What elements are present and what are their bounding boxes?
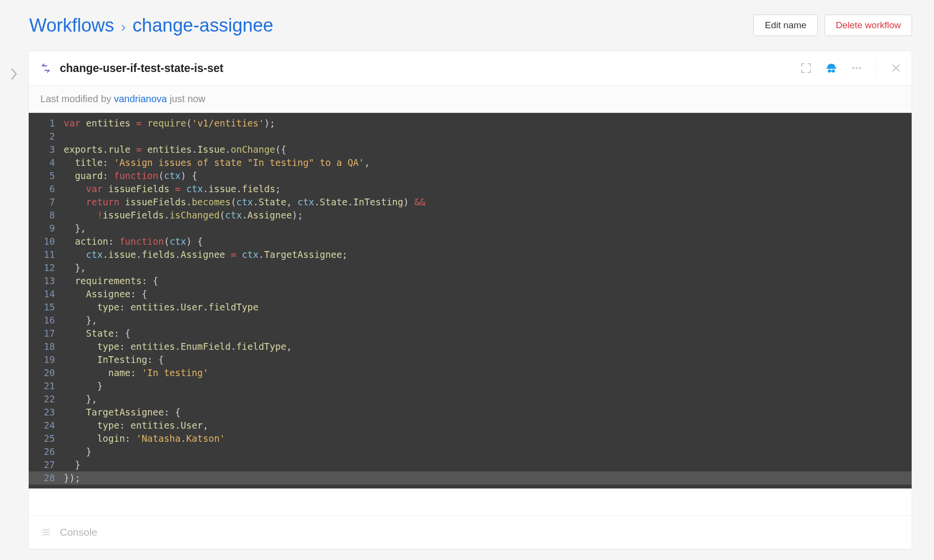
incognito-icon	[826, 62, 837, 74]
close-panel-button[interactable]	[890, 62, 902, 74]
code-line[interactable]: 24 type: entities.User,	[29, 419, 912, 432]
code-content: State: {	[61, 327, 130, 340]
code-line[interactable]: 27 }	[29, 458, 912, 471]
code-content: },	[61, 222, 86, 235]
code-content: name: 'In testing'	[61, 366, 208, 379]
line-number: 28	[29, 471, 61, 485]
code-content: }	[61, 379, 103, 393]
code-editor[interactable]: 1var entities = require('v1/entities');2…	[29, 113, 912, 488]
code-line[interactable]: 3exports.rule = entities.Issue.onChange(…	[29, 143, 912, 156]
code-content: },	[61, 314, 97, 327]
code-line[interactable]: 14 Assignee: {	[29, 288, 912, 301]
edit-name-button[interactable]: Edit name	[754, 15, 818, 36]
code-content: requirements: {	[61, 274, 159, 288]
modified-suffix: just now	[167, 93, 205, 104]
code-content: var entities = require('v1/entities');	[61, 117, 275, 130]
line-number: 25	[29, 432, 61, 445]
fullscreen-icon	[800, 62, 812, 74]
code-content: Assignee: {	[61, 288, 147, 301]
code-line[interactable]: 10 action: function(ctx) {	[29, 235, 912, 248]
code-line[interactable]: 18 type: entities.EnumField.fieldType,	[29, 340, 912, 353]
code-line[interactable]: 6 var issueFields = ctx.issue.fields;	[29, 182, 912, 196]
code-line[interactable]: 1var entities = require('v1/entities');	[29, 117, 912, 130]
code-line[interactable]: 5 guard: function(ctx) {	[29, 169, 912, 182]
code-line[interactable]: 23 TargetAssignee: {	[29, 406, 912, 419]
panel-header: change-user-if-test-state-is-set	[29, 51, 912, 86]
code-content: InTesting: {	[61, 353, 164, 366]
code-line[interactable]: 16 },	[29, 314, 912, 327]
close-icon	[890, 62, 902, 74]
code-content: },	[61, 393, 97, 406]
code-content: var issueFields = ctx.issue.fields;	[61, 182, 281, 196]
breadcrumb: Workflows › change-assignee	[29, 15, 273, 36]
line-number: 1	[29, 117, 61, 130]
fullscreen-button[interactable]	[800, 62, 812, 74]
incognito-button[interactable]	[826, 62, 837, 74]
console-toggle[interactable]: Console	[29, 515, 912, 549]
breadcrumb-current: change-assignee	[133, 15, 273, 36]
code-line[interactable]: 25 login: 'Natasha.Katson'	[29, 432, 912, 445]
code-line[interactable]: 26 }	[29, 445, 912, 458]
line-number: 20	[29, 366, 61, 379]
code-line[interactable]: 8 !issueFields.isChanged(ctx.Assignee);	[29, 209, 912, 222]
line-number: 8	[29, 209, 61, 222]
more-options-button[interactable]	[851, 62, 862, 74]
rule-title: change-user-if-test-state-is-set	[60, 62, 791, 75]
code-content: type: entities.EnumField.fieldType,	[61, 340, 292, 353]
line-number: 12	[29, 261, 61, 274]
code-line[interactable]: 4 title: 'Assign issues of state "In tes…	[29, 156, 912, 169]
code-line[interactable]: 13 requirements: {	[29, 274, 912, 288]
line-number: 9	[29, 222, 61, 235]
last-modified-info: Last modified by vandrianova just now	[29, 86, 912, 113]
code-line[interactable]: 20 name: 'In testing'	[29, 366, 912, 379]
line-number: 5	[29, 169, 61, 182]
editor-panel: change-user-if-test-state-is-set	[28, 51, 912, 549]
code-line[interactable]: 28});	[29, 471, 912, 485]
code-content: },	[61, 261, 86, 274]
code-content: !issueFields.isChanged(ctx.Assignee);	[61, 209, 303, 222]
code-line[interactable]: 7 return issueFields.becomes(ctx.State, …	[29, 196, 912, 209]
code-content: type: entities.User,	[61, 419, 208, 432]
breadcrumb-separator: ›	[121, 18, 126, 35]
breadcrumb-root-link[interactable]: Workflows	[29, 15, 114, 36]
svg-rect-0	[826, 68, 836, 69]
panel-tools	[800, 60, 902, 76]
code-content: }	[61, 458, 80, 471]
line-number: 14	[29, 288, 61, 301]
svg-rect-3	[830, 71, 832, 72]
code-line[interactable]: 22 },	[29, 393, 912, 406]
line-number: 24	[29, 419, 61, 432]
code-content: exports.rule = entities.Issue.onChange({	[61, 143, 287, 156]
line-number: 4	[29, 156, 61, 169]
code-line[interactable]: 11 ctx.issue.fields.Assignee = ctx.Targe…	[29, 248, 912, 261]
code-content: TargetAssignee: {	[61, 406, 180, 419]
line-number: 6	[29, 182, 61, 196]
code-content: return issueFields.becomes(ctx.State, ct…	[61, 196, 426, 209]
line-number: 10	[29, 235, 61, 248]
code-line[interactable]: 19 InTesting: {	[29, 353, 912, 366]
code-content: action: function(ctx) {	[61, 235, 203, 248]
code-content: title: 'Assign issues of state "In testi…	[61, 156, 370, 169]
svg-point-6	[859, 67, 861, 69]
code-line[interactable]: 9 },	[29, 222, 912, 235]
page-header: Workflows › change-assignee Edit name De…	[0, 10, 912, 51]
delete-workflow-button[interactable]: Delete workflow	[825, 15, 912, 36]
code-content: ctx.issue.fields.Assignee = ctx.TargetAs…	[61, 248, 348, 261]
code-line[interactable]: 21 }	[29, 379, 912, 393]
line-number: 15	[29, 301, 61, 314]
sidebar-expand-chevron[interactable]	[0, 51, 28, 549]
line-number: 18	[29, 340, 61, 353]
code-line[interactable]: 15 type: entities.User.fieldType	[29, 301, 912, 314]
rule-type-icon	[40, 63, 51, 73]
code-line[interactable]: 12 },	[29, 261, 912, 274]
code-line[interactable]: 17 State: {	[29, 327, 912, 340]
line-number: 3	[29, 143, 61, 156]
code-content: });	[61, 471, 80, 485]
code-line[interactable]: 2	[29, 130, 912, 143]
svg-point-4	[852, 67, 854, 69]
modified-user-link[interactable]: vandrianova	[114, 93, 167, 104]
svg-point-5	[856, 67, 858, 69]
line-number: 27	[29, 458, 61, 471]
line-number: 19	[29, 353, 61, 366]
line-number: 13	[29, 274, 61, 288]
